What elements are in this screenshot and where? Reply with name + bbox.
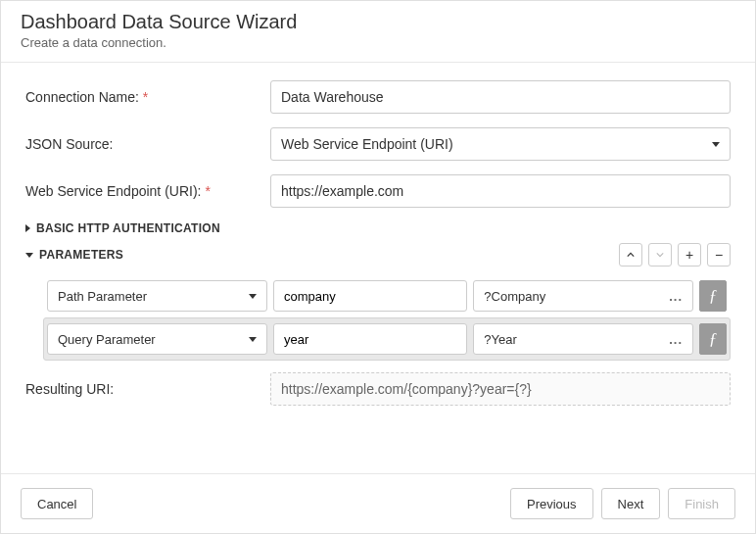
caret-down-icon [249, 337, 257, 342]
move-up-button[interactable] [619, 243, 642, 267]
ellipsis-icon[interactable]: ... [669, 332, 683, 347]
plus-icon: + [685, 247, 693, 263]
required-mark: * [205, 183, 210, 199]
chevron-up-icon [627, 251, 635, 259]
previous-button[interactable]: Previous [510, 488, 593, 519]
row-endpoint: Web Service Endpoint (URI): * [25, 174, 731, 208]
parameter-name-input[interactable] [273, 323, 467, 355]
footer-nav: Previous Next Finish [510, 488, 735, 519]
parameters-list: Path Parameter ?Company ... ƒ Query Para… [43, 274, 731, 361]
connection-name-input[interactable] [270, 80, 731, 114]
required-mark: * [143, 89, 148, 105]
caret-down-icon [712, 142, 720, 147]
label-resulting-uri: Resulting URI: [25, 381, 270, 397]
function-icon: ƒ [709, 329, 718, 349]
parameter-name-input[interactable] [273, 280, 467, 312]
resulting-uri-display: https://example.com/{company}?year={?} [270, 372, 731, 406]
parameter-row[interactable]: Path Parameter ?Company ... ƒ [43, 274, 731, 317]
label-connection-name: Connection Name: * [25, 89, 270, 105]
parameter-row[interactable]: Query Parameter ?Year ... ƒ [43, 317, 731, 361]
chevron-down-icon [25, 253, 33, 258]
remove-parameter-button[interactable]: − [707, 243, 731, 267]
minus-icon: − [715, 247, 723, 263]
row-json-source: JSON Source: Web Service Endpoint (URI) [25, 127, 731, 161]
caret-down-icon [249, 294, 257, 299]
parameter-type-select[interactable]: Query Parameter [47, 323, 267, 355]
wizard-footer: Cancel Previous Next Finish [1, 473, 755, 533]
parameter-value-input[interactable]: ?Year ... [473, 323, 693, 355]
row-connection-name: Connection Name: * [25, 80, 731, 114]
chevron-down-icon [656, 251, 664, 259]
parameter-type-select[interactable]: Path Parameter [47, 280, 267, 312]
wizard-title: Dashboard Data Source Wizard [21, 11, 735, 33]
wizard-subtitle: Create a data connection. [21, 35, 735, 50]
parameters-controls: + − [619, 243, 731, 267]
endpoint-input[interactable] [270, 174, 731, 208]
label-endpoint: Web Service Endpoint (URI): * [25, 183, 270, 199]
row-resulting-uri: Resulting URI: https://example.com/{comp… [25, 372, 731, 406]
section-parameters-header: PARAMETERS + − [25, 243, 731, 267]
add-parameter-button[interactable]: + [678, 243, 701, 267]
wizard-dialog: Dashboard Data Source Wizard Create a da… [0, 0, 756, 534]
move-down-button[interactable] [648, 243, 672, 267]
wizard-header: Dashboard Data Source Wizard Create a da… [1, 1, 755, 63]
expression-button[interactable]: ƒ [699, 323, 727, 355]
parameter-value-input[interactable]: ?Company ... [473, 280, 693, 312]
cancel-button[interactable]: Cancel [21, 488, 93, 519]
wizard-body: Connection Name: * JSON Source: Web Serv… [1, 63, 755, 473]
expression-button[interactable]: ƒ [699, 280, 727, 312]
section-parameters-toggle[interactable]: PARAMETERS [25, 248, 123, 262]
ellipsis-icon[interactable]: ... [669, 289, 683, 304]
function-icon: ƒ [709, 286, 718, 306]
finish-button: Finish [668, 488, 735, 519]
section-basic-auth[interactable]: BASIC HTTP AUTHENTICATION [25, 221, 731, 235]
json-source-value: Web Service Endpoint (URI) [281, 136, 453, 152]
next-button[interactable]: Next [601, 488, 661, 519]
json-source-select[interactable]: Web Service Endpoint (URI) [270, 127, 731, 161]
chevron-right-icon [25, 224, 30, 232]
label-json-source: JSON Source: [25, 136, 270, 152]
